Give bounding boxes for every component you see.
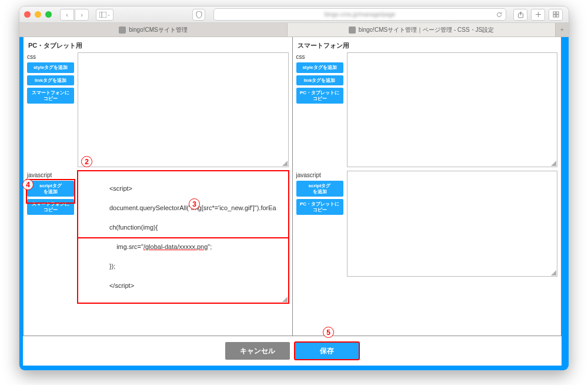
add-script-tag-button[interactable]: scriptタグ を追加: [27, 181, 74, 197]
new-tab-button[interactable]: +: [556, 23, 569, 36]
tab-favicon-icon: [349, 26, 356, 34]
titlebar: ‹ › ⌄ bingo-cms.jp/manage/page: [19, 6, 569, 23]
sp-css-section: css styleタグを追加 linkタグを追加 PC・タブレットに コピー: [296, 52, 558, 167]
section-label: javascript: [296, 171, 340, 178]
url-bar[interactable]: bingo-cms.jp/manage/page: [213, 8, 506, 21]
resize-grip-icon[interactable]: [282, 161, 288, 166]
back-button[interactable]: ‹: [60, 9, 74, 21]
tab-cms-manage[interactable]: bingo!CMSサイト管理: [19, 23, 288, 36]
tab-favicon-icon: [119, 26, 126, 34]
browser-window: ‹ › ⌄ bingo-cms.jp/manage/page: [19, 6, 569, 371]
copy-to-pc-tablet-button[interactable]: PC・タブレットに コピー: [296, 88, 343, 104]
footer: 5 キャンセル 保存: [23, 336, 562, 366]
add-script-tag-button[interactable]: scriptタグ を追加: [296, 181, 343, 197]
add-style-tag-button[interactable]: styleタグを追加: [296, 62, 343, 73]
column-title: スマートフォン用: [296, 39, 558, 52]
section-label: css: [296, 52, 340, 60]
section-label: javascript: [27, 171, 71, 178]
share-icon[interactable]: [513, 9, 527, 21]
forward-button[interactable]: ›: [75, 9, 89, 21]
cancel-button[interactable]: キャンセル: [225, 342, 290, 360]
svg-rect-6: [556, 15, 559, 17]
tabs-overview-icon[interactable]: [549, 9, 563, 21]
svg-rect-4: [556, 12, 559, 14]
svg-rect-3: [553, 12, 556, 14]
nav-buttons: ‹ ›: [60, 9, 90, 21]
app-content: PC・タブレット用 css styleタグを追加 linkタグを追加 スマートフ…: [23, 37, 562, 366]
close-window-button[interactable]: [24, 11, 31, 18]
copy-to-smartphone-button[interactable]: スマートフォンに コピー: [27, 88, 74, 104]
section-label: css: [27, 52, 71, 60]
pc-js-section: 2 javascript 4 scriptタグ を追加 スマートフォンに コピー: [27, 171, 289, 303]
main-columns: PC・タブレット用 css styleタグを追加 linkタグを追加 スマートフ…: [23, 37, 562, 336]
tab-label: bingo!CMSサイト管理｜ページ管理 - CSS・JS設定: [359, 26, 495, 34]
add-link-tag-button[interactable]: linkタグを追加: [27, 75, 74, 86]
column-pc-tablet: PC・タブレット用 css styleタグを追加 linkタグを追加 スマートフ…: [23, 37, 292, 336]
sp-js-section: javascript scriptタグ を追加 PC・タブレットに コピー: [296, 171, 558, 277]
column-title: PC・タブレット用: [27, 39, 289, 52]
pc-css-section: css styleタグを追加 linkタグを追加 スマートフォンに コピー: [27, 52, 289, 167]
save-button[interactable]: 保存: [295, 342, 359, 360]
copy-to-smartphone-button[interactable]: スマートフォンに コピー: [27, 199, 74, 215]
pc-js-textarea[interactable]: <script> document.querySelectorAll("img[…: [78, 171, 289, 303]
sp-css-textarea[interactable]: [347, 52, 558, 167]
app-frame: PC・タブレット用 css styleタグを追加 linkタグを追加 スマートフ…: [19, 37, 569, 370]
sp-js-textarea[interactable]: [347, 171, 558, 277]
tab-css-js-settings[interactable]: bingo!CMSサイト管理｜ページ管理 - CSS・JS設定: [288, 23, 556, 36]
tab-label: bingo!CMSサイト管理: [129, 26, 187, 34]
resize-grip-icon[interactable]: [551, 270, 556, 276]
add-link-tag-button[interactable]: linkタグを追加: [296, 75, 343, 86]
new-tab-icon[interactable]: [531, 9, 545, 21]
svg-rect-5: [553, 15, 556, 17]
right-tools: [513, 9, 564, 21]
privacy-shield-icon[interactable]: [192, 9, 205, 21]
minimize-window-button[interactable]: [35, 11, 41, 18]
underlined-path: /global-data/xxxxx.png: [143, 243, 208, 250]
add-style-tag-button[interactable]: styleタグを追加: [27, 62, 74, 73]
copy-to-pc-tablet-button[interactable]: PC・タブレットに コピー: [296, 199, 343, 215]
pc-css-textarea[interactable]: [78, 52, 289, 167]
svg-rect-0: [99, 12, 106, 18]
traffic-lights: [24, 11, 52, 18]
column-smartphone: スマートフォン用 css styleタグを追加 linkタグを追加 PC・タブレ…: [292, 37, 562, 336]
maximize-window-button[interactable]: [45, 11, 52, 18]
reload-icon[interactable]: [496, 12, 502, 18]
code-content: <script> document.querySelectorAll("img[…: [81, 174, 286, 300]
resize-grip-icon[interactable]: [551, 161, 556, 166]
tab-bar: bingo!CMSサイト管理 bingo!CMSサイト管理｜ページ管理 - CS…: [19, 23, 569, 37]
sidebar-toggle-button[interactable]: ⌄: [96, 9, 113, 21]
resize-grip-icon[interactable]: [282, 297, 288, 302]
